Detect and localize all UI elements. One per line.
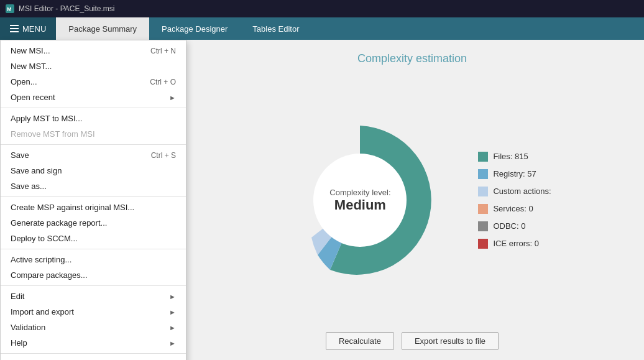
legend-item-registry: Registry: 57 bbox=[478, 169, 551, 179]
title-bar-text: MSI Editor - PACE_Suite.msi bbox=[19, 4, 115, 13]
menu-item-import-export[interactable]: Import and export ► bbox=[1, 304, 186, 320]
menu-item-quit[interactable]: Quit Alt + F4 bbox=[1, 356, 186, 360]
menu-item-open-recent[interactable]: Open recent ► bbox=[1, 90, 186, 105]
chart-legend: Files: 815 Registry: 57 Custom actions: … bbox=[478, 152, 551, 249]
menu-item-save-sign[interactable]: Save and sign bbox=[1, 163, 186, 178]
divider-6 bbox=[1, 353, 186, 354]
menu-item-apply-mst[interactable]: Apply MST to MSI... bbox=[1, 111, 186, 126]
chart-title: Complexity estimation bbox=[357, 52, 467, 65]
donut-svg bbox=[273, 113, 447, 287]
menu-item-validation[interactable]: Validation ► bbox=[1, 320, 186, 335]
legend-color-files bbox=[478, 152, 488, 162]
recalculate-button[interactable]: Recalculate bbox=[326, 332, 394, 350]
menu-item-deploy-sccm[interactable]: Deploy to SCCM... bbox=[1, 231, 186, 246]
legend-item-ice-errors: ICE errors: 0 bbox=[478, 239, 551, 249]
svg-point-2 bbox=[313, 154, 407, 247]
menu-item-active-scripting[interactable]: Active scripting... bbox=[1, 252, 186, 267]
divider-2 bbox=[1, 144, 186, 145]
legend-item-odbc: ODBC: 0 bbox=[478, 221, 551, 231]
svg-text:M: M bbox=[7, 6, 12, 12]
menu-item-remove-mst: Remove MST from MSI bbox=[1, 126, 186, 142]
divider-1 bbox=[1, 108, 186, 108]
legend-color-services bbox=[478, 204, 488, 214]
hamburger-icon bbox=[10, 25, 19, 32]
legend-item-files: Files: 815 bbox=[478, 152, 551, 162]
tab-package-designer[interactable]: Package Designer bbox=[149, 17, 240, 40]
nav-bar: MENU Package Summary Package Designer Ta… bbox=[0, 17, 644, 40]
menu-item-create-msp[interactable]: Create MSP against original MSI... bbox=[1, 200, 186, 215]
bottom-buttons: Recalculate Export results to file bbox=[326, 322, 499, 360]
legend-item-services: Services: 0 bbox=[478, 204, 551, 214]
msi-icon: M bbox=[5, 4, 15, 14]
export-results-button[interactable]: Export results to file bbox=[402, 332, 499, 350]
title-bar: M MSI Editor - PACE_Suite.msi bbox=[0, 0, 644, 17]
menu-item-open[interactable]: Open... Ctrl + O bbox=[1, 74, 186, 90]
legend-color-ice-errors bbox=[478, 239, 488, 249]
menu-item-generate-report[interactable]: Generate package report... bbox=[1, 215, 186, 231]
divider-4 bbox=[1, 249, 186, 249]
menu-item-save-as[interactable]: Save as... bbox=[1, 178, 186, 194]
menu-item-new-mst[interactable]: New MST... bbox=[1, 58, 186, 74]
tab-tables-editor[interactable]: Tables Editor bbox=[240, 17, 311, 40]
tab-package-summary[interactable]: Package Summary bbox=[56, 17, 149, 40]
donut-chart: Complexity level: Medium bbox=[273, 113, 447, 287]
menu-label: MENU bbox=[22, 24, 46, 34]
legend-color-registry bbox=[478, 169, 488, 179]
legend-color-custom-actions bbox=[478, 187, 488, 196]
legend-color-odbc bbox=[478, 221, 488, 231]
dropdown-menu: New MSI... Ctrl + N New MST... Open... C… bbox=[0, 40, 186, 360]
chart-row: Complexity level: Medium Files: 815 Regi… bbox=[193, 78, 632, 322]
menu-item-edit[interactable]: Edit ► bbox=[1, 288, 186, 304]
menu-item-save[interactable]: Save Ctrl + S bbox=[1, 147, 186, 163]
menu-item-new-msi[interactable]: New MSI... Ctrl + N bbox=[1, 43, 186, 58]
legend-item-custom-actions: Custom actions: bbox=[478, 187, 551, 196]
menu-button[interactable]: MENU bbox=[0, 17, 56, 40]
divider-5 bbox=[1, 285, 186, 286]
menu-item-help[interactable]: Help ► bbox=[1, 335, 186, 351]
menu-item-compare-packages[interactable]: Compare packages... bbox=[1, 267, 186, 283]
divider-3 bbox=[1, 196, 186, 197]
